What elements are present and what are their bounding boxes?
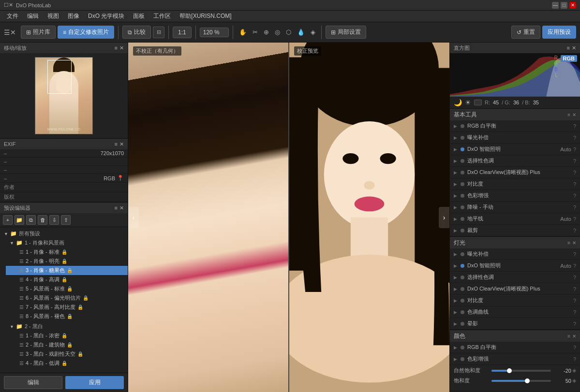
apply-preset-button[interactable]: 应用预设 <box>542 26 576 39</box>
light-smart-expand[interactable]: ▶ <box>454 263 461 268</box>
tool-denoise[interactable]: ▶ 降噪 - 手动 ? <box>450 202 580 213</box>
image-panel-left[interactable]: 不校正（有几何） <box>128 43 288 392</box>
preset-edit-button[interactable]: 编辑 <box>4 376 62 389</box>
light-close-icon[interactable]: ✕ <box>572 240 576 246</box>
tool-contrast-question[interactable]: ? <box>573 181 576 187</box>
menu-workspace[interactable]: 工作区 <box>149 11 175 21</box>
hand-tool-icon[interactable]: ✋ <box>237 28 249 37</box>
tool-clearview[interactable]: ▶ DxO ClearView(清晰视图) Plus ? <box>450 167 580 178</box>
menu-image[interactable]: 图像 <box>64 11 83 21</box>
preset-subgroup-1-header[interactable]: ▼ 📁 1 - 肖像和风景画 <box>6 238 128 247</box>
preset-import-button[interactable]: ⇩ <box>49 215 59 225</box>
tool-rgb-wb[interactable]: ▶ RGB 白平衡 ? <box>450 120 580 132</box>
image-panel-right[interactable]: 校正预览 <box>288 43 449 392</box>
tool-exposure-question[interactable]: ? <box>573 135 576 141</box>
tool-clearview-question[interactable]: ? <box>573 170 576 175</box>
tool-contrast[interactable]: ▶ 对比度 ? <box>450 178 580 190</box>
natural-saturation-spinner[interactable]: ◈ <box>572 367 576 374</box>
tool-exposure-expand[interactable]: ▶ <box>454 135 461 140</box>
tool-denoise-expand[interactable]: ▶ <box>454 205 461 210</box>
compare-button[interactable]: ⧉ 比较 <box>122 26 151 39</box>
menu-help[interactable]: 帮助[XURISN.COM] <box>176 11 235 21</box>
light-smart-question[interactable]: ? <box>573 263 576 269</box>
color-close-icon[interactable]: ✕ <box>572 334 576 339</box>
tool-smart-lighting[interactable]: ▶ DxO 智能照明 Auto ? <box>450 144 580 155</box>
light-exposure-expand[interactable]: ▶ <box>454 252 461 257</box>
eyedropper-tool-icon[interactable]: 💧 <box>295 28 307 37</box>
light-tool-vignette[interactable]: ▶ 晕影 ? <box>450 318 580 330</box>
reset-button[interactable]: ↺ 重置 <box>511 26 540 39</box>
tool-horizon-question[interactable]: ? <box>573 216 576 222</box>
tool-color-enhance-question[interactable]: ? <box>573 193 576 199</box>
color-wb-question[interactable]: ? <box>573 345 576 350</box>
tool-color-enhance-expand[interactable]: ▶ <box>454 193 461 198</box>
hist-mode-icon[interactable] <box>474 100 482 105</box>
right-nav-arrow[interactable]: › <box>439 207 449 228</box>
mask-tool-icon[interactable]: ◈ <box>309 28 317 37</box>
tool-rgb-wb-expand[interactable]: ▶ <box>454 124 461 129</box>
maximize-button[interactable]: □ <box>561 2 567 9</box>
preset-item-2-1[interactable]: ☰ 1 - 黑白 - 浓密 🔒 <box>6 331 128 340</box>
preset-item-1-4[interactable]: ☰ 4 - 肖像 - 高调 🔒 <box>6 275 128 284</box>
tool-exposure[interactable]: ▶ 曝光补偿 ? <box>450 132 580 144</box>
light-tool-clearview[interactable]: ▶ DxO ClearView(清晰视图) Plus ? <box>450 283 580 295</box>
preset-item-1-6[interactable]: ☰ 6 - 风景画 - 偏光明信片 🔒 <box>6 293 128 303</box>
light-clearview-question[interactable]: ? <box>573 286 576 292</box>
preset-item-1-8[interactable]: ☰ 8 - 风景画 - 褪色 🔒 <box>6 312 128 321</box>
basic-tools-close-icon[interactable]: ✕ <box>572 112 576 117</box>
menu-edit[interactable]: 编辑 <box>23 11 43 21</box>
light-vignette-expand[interactable]: ▶ <box>454 321 461 326</box>
preset-delete-button[interactable]: 🗑 <box>38 215 47 225</box>
tool-smart-lighting-expand[interactable]: ▶ <box>454 147 461 152</box>
tool-selective-tone-question[interactable]: ? <box>573 158 576 164</box>
light-tool-selective[interactable]: ▶ 选择性色调 ? <box>450 272 580 283</box>
light-section-header[interactable]: 灯光 ≡ ✕ <box>450 237 580 248</box>
color-enhance-question[interactable]: ? <box>573 356 576 362</box>
light-exposure-question[interactable]: ? <box>573 251 576 257</box>
color-section-header[interactable]: 颜色 ≡ ✕ <box>450 330 580 342</box>
light-tool-smart[interactable]: ▶ DxO 智能照明 Auto ? <box>450 260 580 272</box>
preset-copy-button[interactable]: ⧉ <box>26 215 36 225</box>
preset-item-1-2[interactable]: ☰ 2 - 肖像 - 明亮 🔒 <box>6 257 128 266</box>
tool-color-enhance[interactable]: ▶ 色彩增强 ? <box>450 190 580 202</box>
crop-tool-icon[interactable]: ✂ <box>251 28 260 37</box>
local-settings-button[interactable]: ⊞ 局部设置 <box>326 26 366 39</box>
close-button[interactable]: ✕ <box>569 2 576 9</box>
light-tonecurve-question[interactable]: ? <box>573 309 576 315</box>
tool-rgb-wb-question[interactable]: ? <box>573 123 576 129</box>
color-tool-wb[interactable]: ▶ RGB 白平衡 ? <box>450 342 580 353</box>
preset-add-button[interactable]: + <box>3 215 13 225</box>
view-mode-btn[interactable]: ⊟ <box>153 27 164 38</box>
light-tool-exposure[interactable]: ▶ 曝光补偿 ? <box>450 248 580 260</box>
left-nav-arrow[interactable]: ‹ <box>128 207 139 228</box>
preset-item-2-3[interactable]: ☰ 3 - 黑白 - 戏剧性天空 🔒 <box>6 349 128 359</box>
tool-clearview-expand[interactable]: ▶ <box>454 170 461 175</box>
light-tool-tonecurve[interactable]: ▶ 色调曲线 ? <box>450 306 580 318</box>
fit-button[interactable]: 1:1 <box>173 27 192 38</box>
tool-smart-lighting-question[interactable]: ? <box>573 146 576 152</box>
preset-item-1-3[interactable]: ☰ 3 - 肖像 - 糖果色 🔒 <box>6 266 128 275</box>
color-wb-expand[interactable]: ▶ <box>454 345 461 350</box>
tool-crop[interactable]: ▶ 裁剪 ? <box>450 225 580 236</box>
menu-panel[interactable]: 面板 <box>129 11 149 21</box>
preset-item-2-2[interactable]: ☰ 2 - 黑白 - 建筑物 🔒 <box>6 340 128 349</box>
preset-apply-button[interactable]: 应用 <box>65 376 124 389</box>
tool-selective-tone-expand[interactable]: ▶ <box>454 159 461 163</box>
menu-view[interactable]: 视图 <box>44 11 63 21</box>
preset-group-all-header[interactable]: ▼ 📁 所有预设 <box>0 229 128 238</box>
natural-saturation-track[interactable] <box>491 370 551 372</box>
preset-item-2-4[interactable]: ☰ 4 - 黑白 - 低调 🔒 <box>6 359 128 368</box>
customize-button[interactable]: ≡ 自定义修改照片 <box>58 26 114 39</box>
color-enhance-expand[interactable]: ▶ <box>454 357 461 362</box>
light-vignette-question[interactable]: ? <box>573 321 576 327</box>
light-selective-question[interactable]: ? <box>573 275 576 280</box>
thumbnail-image[interactable]: WWW.PDLONE.CO <box>35 57 93 134</box>
title-bar-controls[interactable]: — □ ✕ <box>552 2 576 9</box>
tool-denoise-question[interactable]: ? <box>573 204 576 210</box>
saturation-thumb[interactable] <box>525 378 530 383</box>
exif-close-icon[interactable]: ✕ <box>119 141 124 147</box>
preset-item-1-1[interactable]: ☰ 1 - 肖像 - 标准 🔒 <box>6 247 128 257</box>
preset-item-1-7[interactable]: ☰ 7 - 风景画 - 高对比度 🔒 <box>6 303 128 312</box>
photolib-button[interactable]: ⊞ 照片库 <box>21 26 56 39</box>
hist-sun-icon[interactable]: ☀ <box>465 99 471 106</box>
